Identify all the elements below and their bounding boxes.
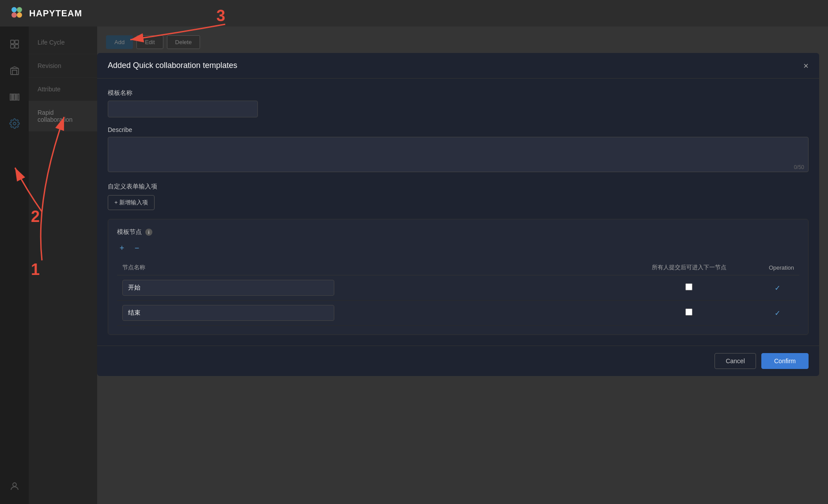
confirm-icon-2[interactable]: ✓ [760, 309, 794, 317]
info-icon[interactable]: i [145, 229, 152, 236]
dialog-header: Added Quick collaboration templates × [97, 53, 819, 79]
table-row: ✓ [117, 301, 799, 326]
col-operation: Operation [755, 260, 799, 275]
describe-textarea[interactable] [108, 137, 809, 172]
char-count: 0/50 [794, 164, 804, 170]
remove-node-button[interactable]: − [132, 243, 142, 253]
nodes-title: 模板节点 [117, 228, 142, 236]
svg-point-2 [11, 12, 17, 18]
app-title: HAPYTEAM [29, 8, 82, 19]
node-name-cell-2 [117, 301, 623, 326]
dialog-footer: Cancel Confirm [97, 346, 819, 376]
describe-group: Describe 0/50 [108, 126, 809, 174]
confirm-button[interactable]: Confirm [761, 353, 809, 369]
operation-cell-2: ✓ [755, 301, 799, 326]
operation-cell-1: ✓ [755, 275, 799, 301]
nodes-controls: + − [117, 243, 799, 253]
all-submit-cell-2 [623, 301, 755, 326]
col-node-name: 节点名称 [117, 260, 623, 275]
all-submit-checkbox-2[interactable] [685, 308, 692, 316]
svg-point-3 [17, 12, 22, 18]
add-node-button[interactable]: + [117, 243, 127, 253]
all-submit-cell-1 [623, 275, 755, 301]
dialog-body: 模板名称 Describe 0/50 自定义表单输入项 + 新增输入项 模板节点… [97, 79, 819, 346]
node-name-input-1[interactable] [122, 280, 334, 296]
custom-inputs-label: 自定义表单输入项 [108, 183, 809, 191]
template-nodes-section: 模板节点 i + − 节点名称 所有人提交后可进入下一节点 Operation [108, 219, 809, 335]
logo-icon [9, 5, 25, 21]
col-all-submit: 所有人提交后可进入下一节点 [623, 260, 755, 275]
template-name-input[interactable] [108, 101, 258, 117]
nodes-header: 模板节点 i [117, 228, 799, 236]
svg-point-1 [17, 7, 22, 12]
describe-label: Describe [108, 126, 809, 133]
cancel-button[interactable]: Cancel [715, 353, 756, 369]
dialog-close-button[interactable]: × [803, 61, 809, 70]
table-row: ✓ [117, 275, 799, 301]
all-submit-checkbox-1[interactable] [685, 283, 692, 290]
template-name-label: 模板名称 [108, 89, 809, 97]
add-input-button[interactable]: + 新增输入项 [108, 195, 155, 210]
dialog-add-template: Added Quick collaboration templates × 模板… [97, 53, 819, 376]
dialog-title: Added Quick collaboration templates [108, 61, 237, 70]
node-name-cell [117, 275, 623, 301]
template-name-group: 模板名称 [108, 89, 809, 117]
nodes-table: 节点名称 所有人提交后可进入下一节点 Operation [117, 260, 799, 326]
svg-point-0 [11, 7, 17, 12]
node-name-input-2[interactable] [122, 305, 334, 321]
app-header: HAPYTEAM [0, 0, 828, 26]
confirm-icon-1[interactable]: ✓ [760, 284, 794, 292]
custom-inputs-group: 自定义表单输入项 + 新增输入项 [108, 183, 809, 210]
